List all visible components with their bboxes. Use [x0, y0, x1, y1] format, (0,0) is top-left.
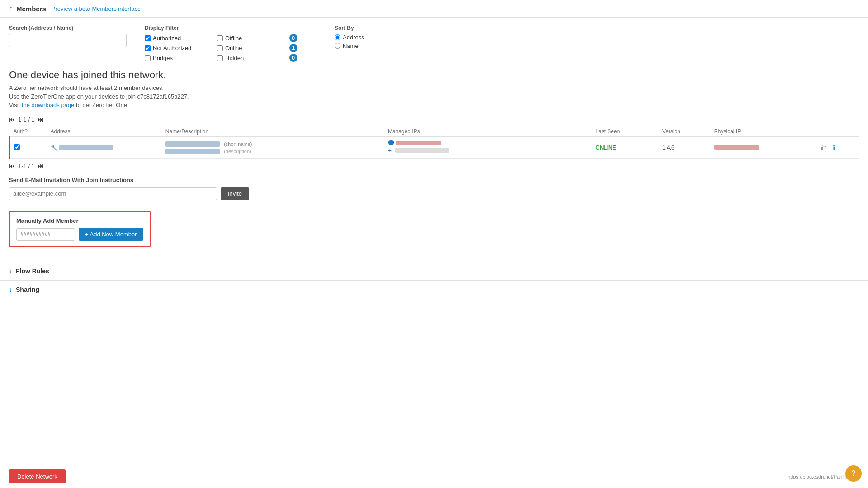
info-line3-pre: Visit — [9, 102, 22, 108]
member-address-cell: 🔧 — [47, 137, 162, 159]
sort-group: Sort By Address Name — [335, 25, 364, 51]
flow-rules-section[interactable]: ↓ Flow Rules — [0, 262, 868, 280]
search-input[interactable] — [9, 34, 127, 47]
ip-flag-icon: 🔵 — [388, 140, 394, 145]
last-page-icon[interactable]: ⏭ — [38, 116, 44, 123]
sort-label: Sort By — [335, 25, 364, 31]
online-label: Online — [225, 45, 242, 52]
manual-add-label: Manually Add Member — [16, 217, 143, 224]
hidden-label: Hidden — [225, 55, 244, 61]
filter-authorized: Authorized — [145, 35, 217, 42]
add-new-member-button[interactable]: + Add New Member — [79, 228, 143, 241]
manual-add-row: + Add New Member — [16, 228, 143, 241]
invite-email-input[interactable] — [9, 187, 217, 200]
info-line1: A ZeroTier network should have at least … — [9, 84, 859, 91]
info-heading: One device has joined this network. — [9, 69, 859, 81]
offline-badge: 0 — [289, 34, 297, 42]
offline-label: Offline — [225, 35, 242, 42]
members-title: Members — [16, 5, 46, 13]
not-authorized-label: Not Authorized — [153, 45, 191, 52]
member-auth-checkbox[interactable] — [14, 144, 20, 150]
last-page-bottom-icon[interactable]: ⏭ — [38, 162, 44, 169]
members-table: Auth? Address Name/Description Managed I… — [9, 127, 859, 159]
member-info-button[interactable]: ℹ — [830, 143, 837, 153]
hidden-badge: 0 — [289, 54, 297, 62]
col-last-seen: Last Seen — [592, 127, 659, 137]
authorized-checkbox[interactable] — [145, 35, 151, 41]
pagination-bottom-info: 1-1 / 1 — [18, 163, 35, 169]
flow-rules-caret: ↓ — [9, 267, 12, 275]
members-arrow-icon: ↑ — [9, 5, 13, 13]
member-managed-ip-cell: 🔵 + — [384, 137, 592, 159]
member-auth-cell — [10, 137, 47, 159]
member-actions-cell: 🗑 ℹ — [814, 137, 859, 159]
authorized-label: Authorized — [153, 35, 181, 42]
info-line2-post: . — [187, 93, 189, 100]
member-status-cell: ONLINE — [592, 137, 659, 159]
add-ip-button[interactable]: + — [388, 147, 392, 154]
member-address-redacted — [59, 145, 113, 150]
member-id-input[interactable] — [16, 228, 75, 241]
status-badge: ONLINE — [595, 145, 616, 151]
flow-rules-title: Flow Rules — [16, 267, 49, 275]
sort-address-radio[interactable] — [335, 34, 340, 40]
sort-name-label: Name — [343, 42, 359, 49]
preview-link[interactable]: Preview a beta Members interface — [52, 5, 141, 12]
help-button[interactable]: ? — [845, 465, 862, 482]
not-authorized-checkbox[interactable] — [145, 45, 151, 51]
sharing-caret: ↓ — [9, 286, 12, 293]
bridges-label: Bridges — [153, 55, 173, 61]
table-row: 🔧 (short name) (description) — [10, 137, 859, 159]
delete-network-button[interactable]: Delete Network — [9, 469, 66, 483]
wrench-icon: 🔧 — [51, 145, 57, 151]
bottom-bar: Delete Network https://blog.csdn.net/Pan… — [0, 465, 868, 488]
filter-not-authorized: Not Authorized — [145, 45, 217, 52]
online-checkbox[interactable] — [217, 45, 223, 51]
info-box: One device has joined this network. A Ze… — [9, 69, 859, 108]
sort-name-radio[interactable] — [335, 43, 340, 49]
invite-section: Send E-Mail Invitation With Join Instruc… — [9, 177, 859, 200]
filter-online: Online — [217, 45, 289, 52]
member-physical-ip-cell — [711, 137, 815, 159]
sort-address: Address — [335, 34, 364, 41]
filter-bridges: Bridges — [145, 55, 217, 61]
member-name-redacted — [165, 141, 220, 147]
display-filter-group: Display Filter Authorized Offline 0 Not — [145, 25, 316, 62]
hidden-checkbox[interactable] — [217, 55, 223, 61]
invite-button[interactable]: Invite — [221, 187, 249, 200]
member-name-cell: (short name) (description) — [162, 137, 384, 159]
description-label: (description) — [224, 149, 251, 154]
members-section-header: ↑ Members Preview a beta Members interfa… — [0, 0, 868, 18]
search-label: Search (Address / Name) — [9, 25, 127, 31]
pagination-bottom: ⏮ 1-1 / 1 ⏭ — [9, 162, 859, 169]
col-physical-ip: Physical IP — [711, 127, 815, 137]
col-managed-ips: Managed IPs — [384, 127, 592, 137]
offline-checkbox[interactable] — [217, 35, 223, 41]
short-name-label: (short name) — [224, 141, 252, 147]
pagination-top-info: 1-1 / 1 — [18, 116, 35, 123]
info-line3: Visit the downloads page to get ZeroTier… — [9, 102, 859, 108]
filter-hidden: Hidden — [217, 55, 289, 61]
downloads-link[interactable]: the downloads page — [22, 102, 74, 108]
info-line2: Use the ZeroTierOne app on your devices … — [9, 93, 859, 100]
online-badge: 1 — [289, 44, 297, 52]
search-group: Search (Address / Name) — [9, 25, 127, 47]
col-auth: Auth? — [10, 127, 47, 137]
info-network-id: c7c8172af165a227 — [137, 93, 188, 100]
first-page-bottom-icon[interactable]: ⏮ — [9, 162, 15, 169]
manual-add-section: Manually Add Member + Add New Member — [9, 211, 151, 247]
sharing-section[interactable]: ↓ Sharing — [0, 280, 868, 299]
ip-input-line — [395, 148, 449, 153]
col-version: Version — [659, 127, 711, 137]
info-line2-pre: Use the ZeroTierOne app on your devices … — [9, 93, 137, 100]
col-actions — [814, 127, 859, 137]
display-filter-label: Display Filter — [145, 25, 316, 31]
first-page-icon[interactable]: ⏮ — [9, 116, 15, 123]
bridges-checkbox[interactable] — [145, 55, 151, 61]
col-address: Address — [47, 127, 162, 137]
info-line3-post: to get ZeroTier One — [74, 102, 127, 108]
member-desc-redacted — [165, 149, 220, 154]
delete-member-button[interactable]: 🗑 — [818, 143, 829, 153]
col-name-desc: Name/Description — [162, 127, 384, 137]
pagination-top: ⏮ 1-1 / 1 ⏭ — [9, 116, 859, 123]
